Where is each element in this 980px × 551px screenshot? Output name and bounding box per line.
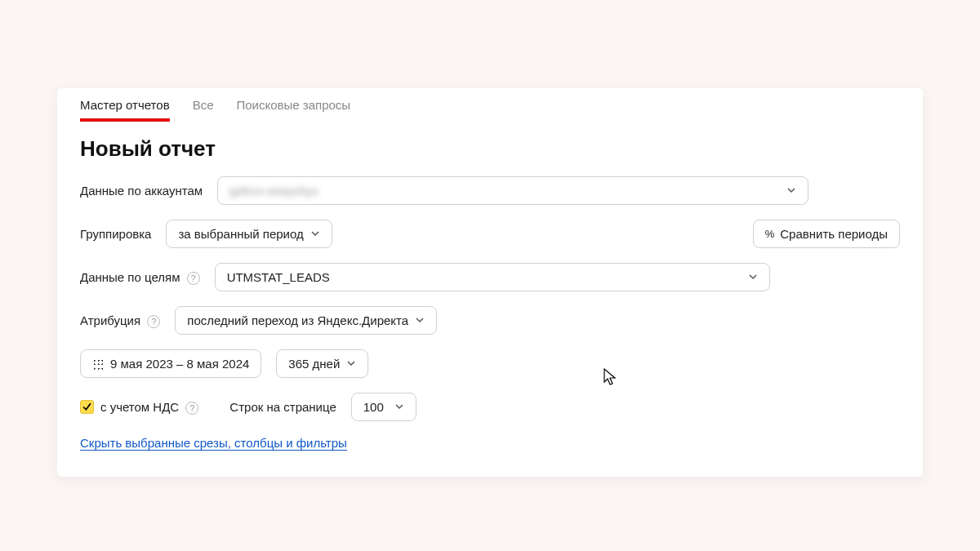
- grouping-label: Группировка: [80, 227, 151, 241]
- row-grouping: Группировка за выбранный период % Сравни…: [80, 220, 900, 248]
- date-range-picker[interactable]: 9 мая 2023 – 8 мая 2024: [80, 349, 261, 378]
- date-range-value: 9 мая 2023 – 8 мая 2024: [110, 357, 249, 371]
- grouping-select[interactable]: за выбранный период: [166, 220, 332, 248]
- goals-select[interactable]: UTMSTAT_LEADS: [215, 263, 770, 291]
- row-date: 9 мая 2023 – 8 мая 2024 365 дней: [80, 349, 900, 378]
- attribution-select[interactable]: последний переход из Яндекс.Директа: [175, 306, 437, 335]
- chevron-down-icon: [310, 227, 320, 241]
- attribution-value: последний переход из Яндекс.Директа: [187, 313, 408, 327]
- compare-icon: %: [765, 228, 774, 240]
- accounts-value: gebco-seayshys: [229, 184, 318, 198]
- help-icon[interactable]: ?: [185, 402, 198, 415]
- page-title: Новый отчет: [80, 136, 900, 162]
- chevron-down-icon: [415, 313, 425, 327]
- accounts-label: Данные по аккаунтам: [80, 184, 203, 198]
- row-accounts: Данные по аккаунтам gebco-seayshys: [80, 176, 900, 205]
- days-preset-value: 365 дней: [288, 357, 340, 371]
- calendar-icon: [92, 358, 104, 370]
- row-goals: Данные по целям ? UTMSTAT_LEADS: [80, 263, 900, 291]
- chevron-down-icon: [786, 184, 796, 198]
- help-icon[interactable]: ?: [147, 315, 160, 328]
- goals-value: UTMSTAT_LEADS: [227, 270, 330, 284]
- grouping-value: за выбранный период: [178, 227, 303, 241]
- tabs: Мастер отчетов Все Поисковые запросы: [57, 88, 923, 122]
- chevron-down-icon: [346, 357, 356, 371]
- chevron-down-icon: [748, 270, 758, 284]
- vat-label: с учетом НДС ?: [100, 400, 198, 415]
- report-settings-card: Мастер отчетов Все Поисковые запросы Нов…: [57, 88, 923, 477]
- tab-search-queries[interactable]: Поисковые запросы: [236, 88, 350, 121]
- compare-periods-button[interactable]: % Сравнить периоды: [753, 220, 900, 248]
- chevron-down-icon: [394, 400, 404, 414]
- goals-label: Данные по целям ?: [80, 270, 200, 285]
- hide-slices-link[interactable]: Скрыть выбранные срезы, столбцы и фильтр…: [80, 436, 347, 451]
- rows-per-page-label: Строк на странице: [229, 400, 336, 414]
- help-icon[interactable]: ?: [187, 272, 200, 285]
- rows-per-page-value: 100: [363, 400, 384, 414]
- content: Новый отчет Данные по аккаунтам gebco-se…: [57, 122, 923, 470]
- accounts-select[interactable]: gebco-seayshys: [217, 176, 808, 205]
- vat-checkbox[interactable]: [80, 400, 94, 414]
- tab-master-reports[interactable]: Мастер отчетов: [80, 88, 170, 122]
- rows-per-page-select[interactable]: 100: [351, 393, 416, 421]
- row-attribution: Атрибуция ? последний переход из Яндекс.…: [80, 306, 900, 335]
- tab-all[interactable]: Все: [193, 88, 214, 121]
- days-preset-select[interactable]: 365 дней: [276, 349, 368, 378]
- compare-label: Сравнить периоды: [780, 227, 888, 241]
- row-options: с учетом НДС ? Строк на странице 100: [80, 393, 900, 421]
- attribution-label: Атрибуция ?: [80, 313, 160, 328]
- row-hide-link: Скрыть выбранные срезы, столбцы и фильтр…: [80, 436, 900, 451]
